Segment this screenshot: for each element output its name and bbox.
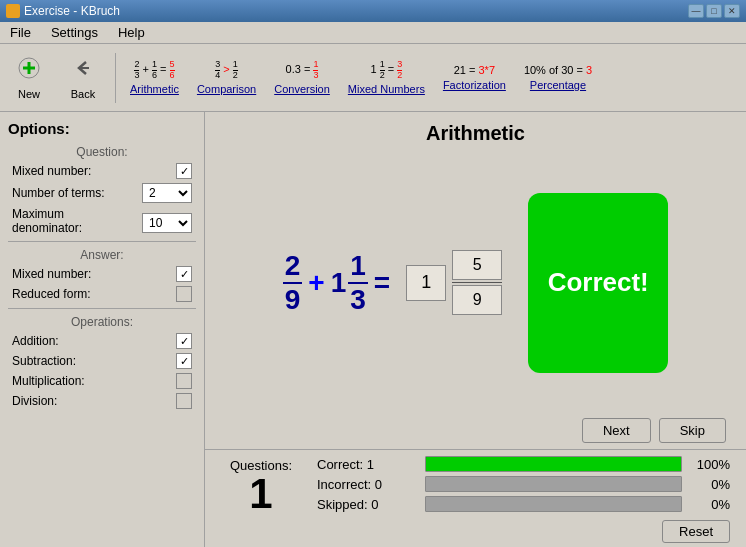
answer-fraction-inputs: 5 9	[452, 250, 502, 315]
percentage-formula: 10% of 30 = 3	[524, 64, 592, 77]
equals-sign: =	[374, 267, 390, 299]
operations-section-label: Operations:	[8, 315, 196, 329]
new-label: New	[18, 88, 40, 100]
action-buttons: Next Skip	[205, 414, 746, 449]
correct-bar-fill	[426, 457, 681, 471]
menu-help[interactable]: Help	[112, 24, 151, 41]
menu-bar: File Settings Help	[0, 22, 746, 44]
division-row: Division:	[8, 393, 196, 409]
answer-mixed-label: Mixed number:	[12, 267, 91, 281]
options-title: Options:	[8, 120, 196, 137]
term1-denominator: 9	[283, 284, 303, 316]
num-terms-label: Number of terms:	[12, 186, 105, 200]
term2-denominator: 3	[348, 284, 368, 316]
correct-progress-bar	[425, 456, 682, 472]
close-button[interactable]: ✕	[724, 4, 740, 18]
maximize-button[interactable]: □	[706, 4, 722, 18]
reduced-form-label: Reduced form:	[12, 287, 91, 301]
correct-text: Correct!	[548, 267, 649, 298]
addition-checkbox[interactable]: ✓	[176, 333, 192, 349]
nav-percentage[interactable]: 10% of 30 = 3 Percentage	[517, 49, 599, 107]
comparison-formula: 34 > 12	[215, 60, 238, 81]
skip-button[interactable]: Skip	[659, 418, 726, 443]
nav-mixed-numbers[interactable]: 1 12 = 32 Mixed Numbers	[341, 49, 432, 107]
factorization-label: Factorization	[443, 79, 506, 91]
title-bar: Exercise - KBruch — □ ✕	[0, 0, 746, 22]
window-title: Exercise - KBruch	[24, 4, 120, 18]
addition-row: Addition: ✓	[8, 333, 196, 349]
nav-comparison[interactable]: 34 > 12 Comparison	[190, 49, 263, 107]
arithmetic-formula: 23 + 16 = 56	[134, 60, 174, 81]
arithmetic-label: Arithmetic	[130, 83, 179, 95]
addition-label: Addition:	[12, 334, 59, 348]
toolbar: New Back 23 + 16 =	[0, 44, 746, 112]
reduced-form-checkbox[interactable]	[176, 286, 192, 302]
toolbar-separator	[115, 53, 116, 103]
back-button[interactable]: Back	[58, 49, 108, 107]
skipped-percent: 0%	[690, 497, 730, 512]
content-area: Options: Question: Mixed number: ✓ Numbe…	[0, 112, 746, 547]
main-panel: Arithmetic 2 9 + 1 1 3	[205, 112, 746, 547]
nav-factorization[interactable]: 21 = 3*7 Factorization	[436, 49, 513, 107]
conversion-formula: 0.3 = 13	[286, 60, 319, 81]
skipped-progress-bar	[425, 496, 682, 512]
menu-file[interactable]: File	[4, 24, 37, 41]
reduced-form-row: Reduced form:	[8, 286, 196, 302]
correct-stat-label: Correct: 1	[317, 457, 417, 472]
multiplication-row: Multiplication:	[8, 373, 196, 389]
correct-panel: Correct!	[528, 193, 668, 373]
new-button[interactable]: New	[4, 49, 54, 107]
answer-denominator-input[interactable]: 9	[452, 285, 502, 315]
subtraction-label: Subtraction:	[12, 354, 76, 368]
nav-arithmetic[interactable]: 23 + 16 = 56 Arithmetic	[123, 49, 186, 107]
term2-numerator: 1	[348, 250, 368, 284]
math-expression: 2 9 + 1 1 3 =	[283, 250, 390, 316]
answer-whole-input[interactable]: 1	[406, 265, 446, 301]
mixed-numbers-formula: 1 12 = 32	[370, 60, 402, 81]
correct-percent: 100%	[690, 457, 730, 472]
max-denom-select[interactable]: 102050	[142, 213, 192, 233]
subtraction-row: Subtraction: ✓	[8, 353, 196, 369]
minimize-button[interactable]: —	[688, 4, 704, 18]
term2-mixed: 1 1 3	[331, 250, 368, 316]
page-title: Arithmetic	[205, 112, 746, 151]
incorrect-stat-row: Incorrect: 0 0%	[317, 476, 730, 492]
answer-section-label: Answer:	[8, 248, 196, 262]
subtraction-checkbox[interactable]: ✓	[176, 353, 192, 369]
answer-mixed-row: Mixed number: ✓	[8, 266, 196, 282]
term1-numerator: 2	[283, 250, 303, 284]
skipped-stat-label: Skipped: 0	[317, 497, 417, 512]
answer-numerator-input[interactable]: 5	[452, 250, 502, 280]
back-label: Back	[71, 88, 95, 100]
app-icon	[6, 4, 20, 18]
svg-rect-3	[79, 67, 89, 69]
division-label: Division:	[12, 394, 57, 408]
term2-whole: 1	[331, 267, 347, 299]
questions-count-container: Questions: 1	[221, 458, 301, 515]
stats-bars: Correct: 1 100% Incorrect: 0	[317, 456, 730, 516]
window-controls: — □ ✕	[688, 4, 740, 18]
num-terms-select[interactable]: 234	[142, 183, 192, 203]
answer-mixed-checkbox[interactable]: ✓	[176, 266, 192, 282]
incorrect-progress-bar	[425, 476, 682, 492]
divider1	[8, 241, 196, 242]
comparison-label: Comparison	[197, 83, 256, 95]
new-icon	[17, 56, 41, 86]
divider2	[8, 308, 196, 309]
mixed-number-checkbox[interactable]: ✓	[176, 163, 192, 179]
questions-number: 1	[249, 473, 272, 515]
stats-row: Questions: 1 Correct: 1 100%	[221, 456, 730, 516]
conversion-label: Conversion	[274, 83, 330, 95]
reset-row: Reset	[221, 520, 730, 543]
question-section-label: Question:	[8, 145, 196, 159]
menu-settings[interactable]: Settings	[45, 24, 104, 41]
correct-stat-row: Correct: 1 100%	[317, 456, 730, 472]
division-checkbox[interactable]	[176, 393, 192, 409]
nav-conversion[interactable]: 0.3 = 13 Conversion	[267, 49, 337, 107]
multiplication-checkbox[interactable]	[176, 373, 192, 389]
reset-button[interactable]: Reset	[662, 520, 730, 543]
max-denom-row: Maximumdenominator: 102050	[8, 207, 196, 235]
num-terms-row: Number of terms: 234	[8, 183, 196, 203]
left-panel: Options: Question: Mixed number: ✓ Numbe…	[0, 112, 205, 547]
next-button[interactable]: Next	[582, 418, 651, 443]
